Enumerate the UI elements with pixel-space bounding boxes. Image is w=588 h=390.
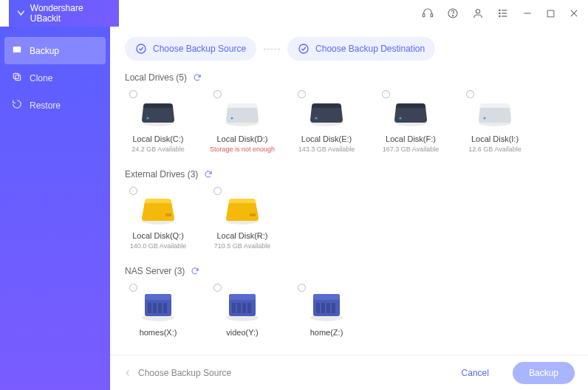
backup-icon — [12, 44, 22, 57]
drive-sub: 143.3 GB Available — [298, 146, 355, 153]
svg-rect-53 — [327, 303, 330, 313]
svg-rect-50 — [313, 294, 340, 300]
svg-rect-54 — [332, 303, 335, 313]
svg-point-21 — [146, 117, 148, 119]
sidebar: BackupCloneRestore — [0, 27, 110, 390]
sidebar-item-label: Clone — [30, 73, 52, 83]
list-icon[interactable] — [497, 7, 509, 19]
drive-icon — [474, 93, 516, 129]
drive-scroll-area[interactable]: Local Drives (5)Local Disk(C:)24.2 GB Av… — [110, 68, 588, 355]
drive-label: home(Z:) — [310, 328, 343, 337]
app-title: Wondershare UBackit — [30, 3, 109, 24]
drive-label: video(Y:) — [226, 328, 258, 337]
drive-radio[interactable] — [129, 90, 137, 98]
drive-item[interactable]: home(Z:) — [293, 284, 360, 339]
refresh-icon[interactable] — [204, 170, 213, 179]
drive-item[interactable]: Local Disk(D:)Storage is not enough — [209, 90, 276, 153]
drive-icon — [137, 287, 179, 322]
drive-sub: 12.6 GB Available — [468, 146, 521, 153]
drive-item[interactable]: Local Disk(I:)12.6 GB Available — [462, 90, 528, 153]
svg-rect-47 — [247, 303, 251, 313]
minimize-icon[interactable] — [522, 8, 533, 18]
svg-rect-39 — [158, 303, 162, 313]
svg-point-9 — [499, 16, 500, 16]
backup-button[interactable]: Backup — [513, 362, 575, 384]
svg-rect-38 — [153, 303, 157, 313]
step-choose-source[interactable]: Choose Backup Source — [125, 37, 256, 61]
svg-rect-33 — [250, 213, 256, 216]
drive-sub: 710.5 GB Available — [214, 242, 270, 250]
user-icon[interactable] — [472, 7, 484, 19]
refresh-icon[interactable] — [191, 267, 199, 276]
sidebar-item-restore[interactable]: Restore — [0, 92, 110, 119]
drive-label: Local Disk(R:) — [216, 231, 267, 240]
svg-point-27 — [399, 117, 401, 119]
drive-radio[interactable] — [382, 90, 390, 98]
drive-item[interactable]: video(Y:) — [209, 284, 276, 339]
drive-item[interactable]: Local Disk(E:)143.3 GB Available — [293, 90, 360, 153]
refresh-icon[interactable] — [193, 73, 202, 82]
check-circle-icon — [135, 43, 147, 55]
drive-label: Local Disk(I:) — [471, 134, 519, 143]
drive-item[interactable]: Local Disk(C:)24.2 GB Available — [125, 90, 191, 153]
svg-point-29 — [483, 117, 485, 119]
sidebar-item-label: Backup — [30, 46, 59, 56]
drive-radio[interactable] — [129, 284, 137, 292]
svg-point-25 — [315, 117, 317, 119]
footer: Choose Backup Source Cancel Backup — [110, 355, 588, 390]
drive-label: Local Disk(D:) — [216, 134, 267, 143]
drive-item[interactable]: Local Disk(R:)710.5 GB Available — [209, 187, 276, 250]
drive-radio[interactable] — [298, 284, 306, 292]
content-area: Choose Backup Source Choose Backup Desti… — [110, 27, 588, 390]
svg-rect-40 — [163, 303, 167, 313]
svg-rect-36 — [145, 294, 171, 300]
drive-sub: 167.3 GB Available — [383, 146, 439, 153]
headset-icon[interactable] — [422, 7, 434, 19]
drive-radio[interactable] — [213, 90, 222, 98]
cancel-button[interactable]: Cancel — [445, 362, 505, 384]
app-logo-icon — [16, 8, 26, 18]
wizard-steps: Choose Backup Source Choose Backup Desti… — [110, 27, 588, 68]
clone-icon — [12, 72, 22, 84]
drive-icon — [306, 287, 347, 322]
close-icon[interactable] — [569, 8, 579, 18]
svg-rect-44 — [232, 303, 236, 313]
titlebar: Wondershare UBackit — [0, 0, 588, 27]
drive-grid: Local Disk(C:)24.2 GB AvailableLocal Dis… — [125, 90, 573, 165]
maximize-icon[interactable] — [546, 9, 555, 18]
svg-rect-37 — [148, 303, 151, 313]
drive-radio[interactable] — [213, 187, 222, 195]
drive-label: Local Disk(F:) — [386, 134, 436, 143]
drive-radio[interactable] — [213, 284, 222, 292]
drive-item[interactable]: Local Disk(Q:)140.0 GB Available — [125, 187, 191, 250]
svg-rect-0 — [423, 14, 425, 17]
step-choose-destination[interactable]: Choose Backup Destination — [287, 37, 435, 61]
svg-point-5 — [499, 10, 500, 10]
footer-hint: Choose Backup Source — [123, 368, 231, 378]
drive-icon — [222, 287, 263, 322]
drive-item[interactable]: Local Disk(F:)167.3 GB Available — [377, 90, 444, 153]
drive-sub: Storage is not enough — [210, 146, 275, 153]
step-label: Choose Backup Source — [153, 44, 246, 54]
drive-radio[interactable] — [466, 90, 474, 98]
sidebar-item-backup[interactable]: Backup — [4, 37, 106, 64]
drive-icon — [222, 93, 263, 129]
drive-sub: 140.0 GB Available — [130, 242, 186, 250]
section-header: Local Drives (5) — [125, 72, 573, 83]
drive-radio[interactable] — [298, 90, 306, 98]
app-brand: Wondershare UBackit — [9, 0, 119, 27]
drive-item[interactable]: homes(X:) — [125, 284, 191, 339]
chevron-left-icon — [123, 369, 132, 377]
section-header: NAS Server (3) — [125, 266, 573, 276]
section-title: NAS Server (3) — [125, 266, 185, 276]
drive-label: Local Disk(C:) — [132, 134, 183, 143]
svg-rect-17 — [13, 73, 18, 78]
svg-point-18 — [137, 44, 146, 53]
drive-radio[interactable] — [129, 187, 137, 195]
step-divider — [264, 49, 280, 49]
sidebar-item-clone[interactable]: Clone — [0, 64, 110, 92]
svg-rect-51 — [316, 303, 320, 313]
help-icon[interactable] — [447, 7, 459, 19]
sidebar-item-label: Restore — [30, 100, 61, 111]
svg-rect-46 — [242, 303, 246, 313]
